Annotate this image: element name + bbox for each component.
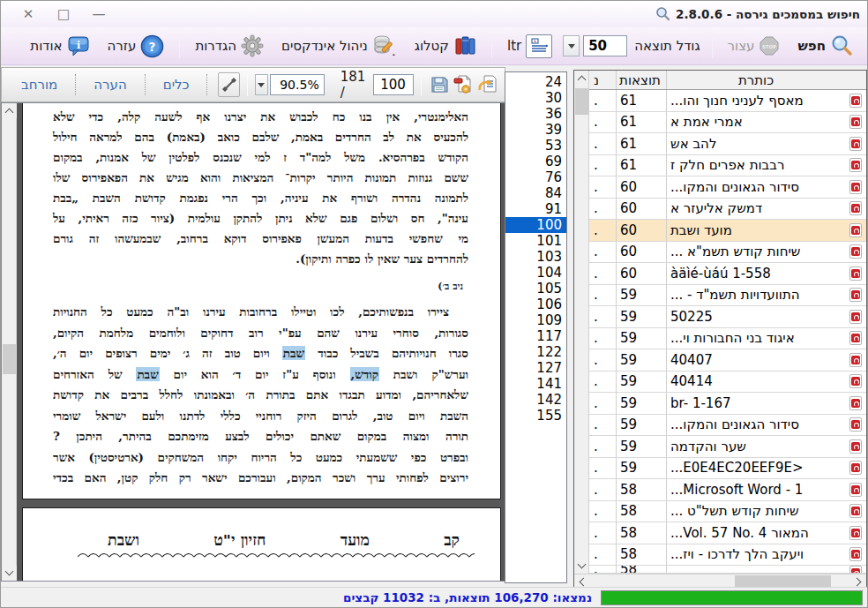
table-row[interactable]: 4040759. (589, 349, 866, 372)
document-canvas[interactable]: האלימנטרי, אין בנו כח לכבוש את יצרנו אף … (18, 103, 505, 581)
search-button[interactable]: חפש (790, 31, 860, 61)
page-number-item[interactable]: 109 (505, 312, 566, 328)
pdf-icon-cell (845, 94, 866, 108)
catalog-button[interactable]: קטלוג (408, 32, 483, 60)
result-size-input[interactable] (583, 35, 627, 56)
path-cell: . (588, 501, 616, 522)
table-row[interactable]: 5022559. (589, 306, 866, 328)
document-text-line: ירוצים לפחותי ערך ושכר המקום, ועבורכם יש… (53, 468, 468, 489)
title-cell: סידור הגאונים והמקו... (666, 415, 845, 436)
table-row[interactable]: ...E0E4EC20EEF9E>59. (589, 458, 866, 480)
table-row[interactable]: דמשק אליעזר א60. (589, 199, 866, 221)
stop-button[interactable]: STOP עצור (721, 32, 788, 60)
path-cell: . (588, 112, 616, 133)
toolbar-separator (75, 74, 76, 95)
page-number-item[interactable]: 104 (505, 265, 566, 281)
document-text-line: מי שחפשי בדעות המעשן פאפירוס דוקא ברחוב,… (53, 229, 468, 249)
page-number-item[interactable]: 30 (505, 90, 566, 106)
pdf-file-icon (849, 483, 862, 497)
page-number-item[interactable]: 117 (505, 328, 566, 344)
table-row[interactable]: 58. (589, 566, 866, 574)
note-button[interactable]: הערה (79, 73, 140, 96)
title-column-header[interactable]: כותרת (666, 71, 845, 89)
pdf-file-icon (849, 331, 862, 345)
table-vertical-scrollbar[interactable] (574, 71, 589, 574)
page-number-item[interactable]: 142 (505, 392, 566, 408)
page-number-item[interactable]: 36 (505, 106, 566, 122)
help-button[interactable]: ? עזרה (101, 31, 172, 62)
export-document-button[interactable] (452, 72, 475, 97)
table-row[interactable]: 4041459. (589, 372, 866, 394)
page-number-item[interactable]: 24 (505, 74, 566, 90)
table-row[interactable]: סידור הגאונים והמקו...60. (589, 176, 866, 199)
fit-page-button[interactable] (218, 72, 239, 97)
tools-button[interactable]: כלים (149, 73, 204, 96)
page-number-item[interactable]: 155 (505, 408, 566, 424)
minimize-button[interactable]: — (87, 4, 110, 24)
document-vertical-scrollbar[interactable]: ⋮⋰ (2, 103, 17, 581)
scrollbar-thumb[interactable] (3, 344, 16, 374)
ltr-toggle-button[interactable]: a ltr (500, 31, 559, 62)
page-number-item[interactable]: 53 (505, 138, 566, 154)
extended-button[interactable]: מורחב (7, 73, 71, 96)
page-number-item[interactable]: 76 (505, 169, 566, 185)
table-row[interactable]: ויעקב הלך לדרכו - ויז...58. (589, 544, 866, 567)
results-count-cell: 59 (616, 372, 666, 393)
page-number-item[interactable]: 91 (505, 201, 566, 217)
document-page-1: האלימנטרי, אין בנו כח לכבוש את יצרנו אף … (22, 103, 501, 499)
page-number-item[interactable]: 84 (505, 185, 566, 201)
page-number-input[interactable] (373, 74, 414, 95)
page-number-item[interactable]: 122 (505, 344, 566, 360)
title-cell: רבבות אפרים חלק ז (666, 155, 845, 176)
table-row[interactable]: רבבות אפרים חלק ז61. (589, 155, 866, 177)
save-button[interactable] (429, 72, 450, 97)
table-row[interactable]: התוועדויות תשמ"ד - ...59. (589, 285, 866, 307)
title-text: מועד ושבת (670, 222, 732, 238)
result-pages-list[interactable]: 2430363953697684911001011031041051061091… (505, 71, 567, 583)
table-row[interactable]: àäìé-ùáú 1-55860. (589, 263, 866, 285)
about-button[interactable]: i אודות (23, 31, 96, 61)
pdf-icon-cell (845, 417, 866, 432)
page-number-item[interactable]: 105 (505, 281, 566, 296)
toolbar-separator (247, 73, 248, 96)
table-row[interactable]: ...Microsoft Word - 158. (589, 479, 866, 501)
scroll-up-button[interactable] (2, 103, 17, 118)
page-number-item[interactable]: 103 (505, 249, 566, 265)
page-number-item[interactable]: 100 (505, 217, 566, 233)
page-number-item[interactable]: 106 (505, 296, 566, 312)
page-number-item[interactable]: 127 (505, 360, 566, 376)
table-row[interactable]: להב אש61. (589, 133, 866, 155)
refresh-document-button[interactable] (476, 72, 499, 97)
table-row[interactable]: שער והקדמה59. (589, 436, 866, 458)
table-row[interactable]: מאסף לעניני חנוך והו...61. (589, 90, 866, 112)
index-management-button[interactable]: ניהול אינדקסים (274, 31, 404, 61)
scrollbar-thumb[interactable] (575, 88, 588, 115)
table-row[interactable]: המאור Vol. 57 No. 4...58. (589, 522, 866, 544)
table-row[interactable]: מועד ושבת60. (589, 220, 866, 242)
scroll-down-button[interactable] (574, 559, 589, 574)
results-column-header[interactable]: תוצאות (616, 71, 666, 89)
zoom-dropdown-button[interactable] (255, 74, 268, 95)
partial-column-header[interactable]: נ (588, 71, 616, 89)
zoom-input[interactable] (270, 74, 325, 95)
scroll-down-button[interactable] (2, 566, 17, 581)
result-size-dropdown-button[interactable] (563, 35, 580, 56)
table-row[interactable]: אמרי אמת א61. (589, 112, 866, 134)
search-term-highlight: קודש, (350, 367, 379, 381)
info-bubble-icon: i (67, 34, 90, 57)
settings-button[interactable]: הגדרות (188, 31, 271, 61)
table-row[interactable]: איגוד בני החבורות וי...59. (589, 328, 866, 350)
page-number-item[interactable]: 39 (505, 122, 566, 138)
table-row[interactable]: סידור הגאונים והמקו...59. (589, 415, 866, 437)
table-row[interactable]: שיחות קודש תשל"ט ...58. (589, 501, 866, 523)
title-cell: דמשק אליעזר א (666, 199, 845, 220)
page-number-item[interactable]: 69 (505, 154, 566, 169)
gear-icon (241, 34, 264, 57)
table-row[interactable]: שיחות קודש תשמ"א ...60. (589, 242, 866, 264)
scroll-up-button[interactable] (574, 71, 589, 86)
table-row[interactable]: br- 1-16759. (589, 393, 866, 415)
maximize-button[interactable]: □ (52, 4, 75, 24)
page-number-item[interactable]: 101 (505, 233, 566, 249)
close-button[interactable]: ✕ (17, 4, 40, 24)
page-number-item[interactable]: 141 (505, 376, 566, 392)
